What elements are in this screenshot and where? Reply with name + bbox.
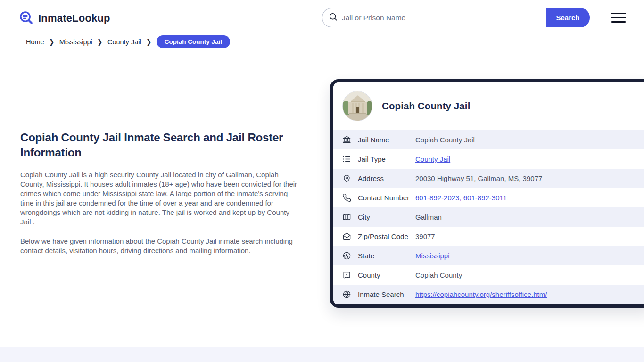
map-icon (342, 213, 352, 222)
brand-name: InmateLookup (38, 12, 110, 25)
table-row-zip: Zip/Postal Code 39077 (333, 227, 644, 246)
row-label: City (358, 213, 415, 221)
article: Copiah County Jail Inmate Search and Jai… (20, 130, 309, 255)
contact-number-link[interactable]: 601-892-2023, 601-892-3011 (415, 194, 507, 202)
row-label: State (358, 252, 415, 260)
article-paragraph: Below we have given information about th… (20, 237, 301, 255)
state-link[interactable]: Mississippi (415, 252, 450, 260)
row-label: Inmate Search (358, 290, 415, 298)
row-label: Jail Type (358, 155, 415, 163)
breadcrumb: Home ❯ Mississippi ❯ County Jail ❯ Copia… (26, 35, 230, 48)
page-title: Copiah County Jail Inmate Search and Jai… (20, 130, 309, 160)
table-row-inmate-search: Inmate Search https://copiahcounty.org/s… (333, 285, 644, 304)
menu-hamburger-icon[interactable] (611, 13, 626, 23)
county-flag-icon (342, 271, 352, 280)
table-row-jail-type: Jail Type County Jail (333, 149, 644, 169)
row-label: County (358, 271, 415, 279)
globe-americas-icon (342, 251, 352, 261)
inmate-search-link[interactable]: https://copiahcounty.org/sheriffsoffice.… (415, 290, 547, 298)
search-button[interactable]: Search (546, 8, 590, 27)
breadcrumb-home[interactable]: Home (26, 38, 44, 46)
row-value: Copiah County (415, 271, 462, 279)
search-input[interactable] (338, 8, 546, 27)
jail-photo (342, 91, 372, 121)
brand-logo[interactable]: InmateLookup (19, 10, 110, 26)
table-row-county: County Copiah County (333, 265, 644, 285)
table-row-city: City Gallman (333, 207, 644, 227)
globe-icon (342, 290, 352, 299)
chevron-right-icon: ❯ (147, 38, 151, 45)
chevron-right-icon: ❯ (98, 38, 102, 45)
search-box (322, 8, 546, 27)
table-row-contact-number: Contact Number 601-892-2023, 601-892-301… (333, 188, 644, 207)
bank-icon (342, 135, 352, 145)
table-row-state: State Mississippi (333, 246, 644, 265)
row-label: Contact Number (358, 194, 415, 202)
map-pin-icon (342, 174, 352, 183)
jail-name-title: Copiah County Jail (382, 100, 470, 112)
row-label: Jail Name (358, 136, 415, 144)
list-icon (342, 155, 352, 164)
jail-type-link[interactable]: County Jail (415, 155, 450, 163)
row-value: 39077 (415, 232, 435, 240)
row-label: Zip/Postal Code (358, 232, 415, 240)
mail-icon (342, 232, 352, 241)
card-header: Copiah County Jail (333, 82, 644, 130)
article-paragraph: Copiah County Jail is a high security Co… (20, 170, 301, 227)
site-search: Search (322, 8, 590, 27)
chevron-right-icon: ❯ (50, 38, 54, 45)
table-row-address: Address 20030 Highway 51, Gallman, MS, 3… (333, 169, 644, 188)
row-value: Gallman (415, 213, 442, 221)
magnifier-list-logo-icon (19, 10, 34, 26)
table-row-jail-name: Jail Name Copiah County Jail (333, 130, 644, 149)
breadcrumb-county-jail[interactable]: County Jail (107, 38, 141, 46)
footer-strip (0, 347, 644, 362)
breadcrumb-current-badge: Copiah County Jail (157, 35, 230, 48)
search-icon (329, 12, 338, 23)
phone-icon (342, 193, 352, 203)
row-value: 20030 Highway 51, Gallman, MS, 39077 (415, 174, 542, 182)
jail-info-card: Copiah County Jail Jail Name Copiah Coun… (330, 79, 644, 308)
row-label: Address (358, 174, 415, 182)
row-value: Copiah County Jail (415, 136, 475, 144)
breadcrumb-mississippi[interactable]: Mississippi (59, 38, 92, 46)
